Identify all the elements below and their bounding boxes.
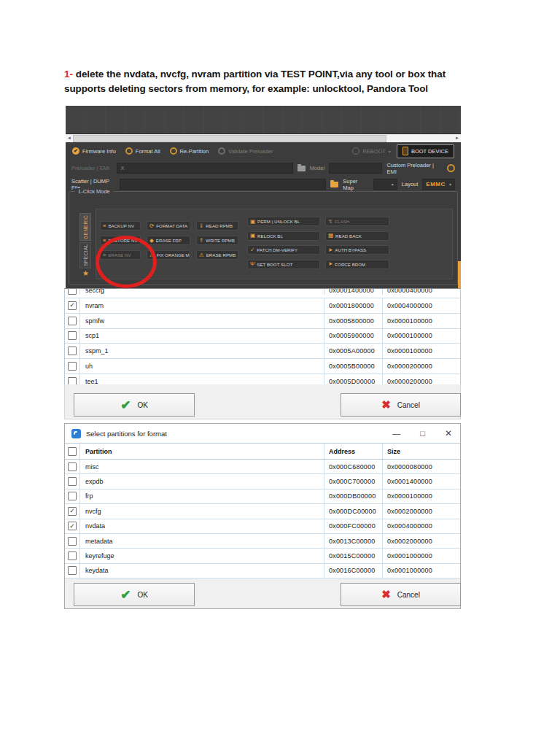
nv-list-icon: ≡ — [103, 252, 106, 258]
row-checkbox[interactable] — [68, 347, 77, 355]
row-checkbox[interactable]: ✓ — [68, 522, 77, 530]
read-back-button[interactable]: ▦READ BACK — [325, 231, 389, 241]
folder-open-icon[interactable] — [330, 182, 338, 187]
cancel-button[interactable]: ✖ Cancel — [341, 393, 461, 417]
button-label: ERASE RPMB — [206, 252, 236, 258]
tab-special[interactable]: SPECIAL — [79, 242, 91, 268]
column-header-address[interactable]: Address — [324, 444, 382, 459]
layout-dropdown[interactable]: EMMC ▾ — [422, 179, 455, 190]
button-label: PATCH DM-VERIFY — [257, 247, 298, 252]
table-row-frp[interactable]: frp0x000DB000000x0000100000 — [65, 489, 460, 504]
folder-icon[interactable] — [298, 166, 306, 171]
backup-nv-button[interactable]: ≡BACKUP NV — [100, 221, 141, 231]
maximize-button[interactable]: □ — [420, 430, 425, 438]
erase-frp-button[interactable]: ◆ERASE FRP — [147, 236, 190, 245]
checkbox-cell — [65, 549, 79, 562]
partition-name: sspm_1 — [79, 344, 324, 358]
column-header-partition[interactable]: Partition — [79, 444, 324, 459]
partition-size: 0x0001000000 — [382, 549, 460, 562]
row-checkbox[interactable] — [68, 317, 77, 325]
radio-format-all[interactable]: Format All — [125, 147, 160, 155]
warning-icon: ⚠ — [199, 252, 204, 258]
column-header-size[interactable]: Size — [382, 444, 460, 459]
table-row-expdb[interactable]: expdb0x000C7000000x0001400000 — [65, 474, 460, 489]
table-row-nvram[interactable]: ✓nvram0x00018000000x0004000000 — [65, 298, 460, 314]
cancel-x-icon: ✖ — [381, 398, 391, 411]
custom-preloader-radio[interactable] — [447, 164, 455, 172]
row-checkbox[interactable] — [68, 331, 77, 340]
dialog-ok-button[interactable]: ✔ OK — [74, 583, 195, 606]
row-checkbox[interactable] — [68, 551, 77, 560]
button-label: ERASE FRP — [156, 238, 182, 243]
star-icon[interactable]: ★ — [80, 269, 91, 277]
key-icon: ➤ — [328, 261, 332, 267]
table-row-seccfg[interactable]: seccfg0x00014000000x0000400000 — [65, 289, 460, 298]
write-icon: ⇑ — [199, 238, 203, 244]
super-map-dropdown[interactable]: ▾ — [373, 179, 397, 190]
scroll-left-icon[interactable]: ◄ — [66, 134, 73, 142]
reboot-button[interactable]: REBOOT ▾ — [352, 147, 391, 155]
row-checkbox[interactable] — [68, 289, 77, 295]
heading-line2: sectors from memory, for example: unlock… — [148, 83, 428, 94]
radio-label: Validate Preloader — [228, 148, 273, 155]
erase-rpmb-button[interactable]: ⚠ERASE RPMB — [196, 250, 238, 260]
force-brom-button[interactable]: ➤FORCE BROM — [325, 260, 389, 269]
dialog-titlebar[interactable]: Select partitions for format — □ ✕ — [65, 424, 460, 443]
scroll-right-icon[interactable]: ► — [454, 134, 461, 142]
table-row-uh[interactable]: uh0x0005B000000x0000200000 — [65, 359, 460, 374]
format-data-button[interactable]: ⟳FORMAT DATA — [147, 221, 190, 231]
row-checkbox[interactable] — [68, 566, 77, 575]
table-row-keyrefuge[interactable]: keyrefuge0x0015C000000x0001000000 — [65, 549, 460, 563]
row-checkbox[interactable]: ✓ — [68, 301, 77, 310]
relock-bl-button[interactable]: ▣RELOCK BL — [247, 231, 320, 241]
partition-table-1: seccfg0x00014000000x0000400000✓nvram0x00… — [64, 288, 461, 390]
row-checkbox[interactable] — [68, 477, 77, 486]
table-row-sspm_1[interactable]: sspm_10x0005A000000x0000100000 — [65, 344, 460, 359]
partition-size: 0x0000400000 — [382, 289, 460, 295]
perm-unlock-bl-button[interactable]: ▣PERM | UNLOCK BL — [247, 217, 320, 226]
patch-dm-verify-button[interactable]: ✓PATCH DM-VERIFY — [247, 245, 320, 255]
close-button[interactable]: ✕ — [445, 430, 452, 438]
ok-button[interactable]: ✔ OK — [74, 393, 195, 417]
scrollbar-thumb[interactable] — [73, 135, 386, 142]
row-checkbox[interactable] — [68, 462, 77, 471]
table-row-spmfw[interactable]: spmfw0x00058000000x0000100000 — [65, 314, 460, 329]
tab-generic[interactable]: GENERIC — [79, 213, 91, 241]
preloader-input[interactable]: X — [117, 163, 293, 174]
select-partitions-dialog: Select partitions for format — □ ✕ Parti… — [64, 423, 461, 609]
set-boot-slot-button[interactable]: ΨSET BOOT SLOT — [247, 260, 320, 269]
model-input[interactable] — [329, 163, 382, 174]
horizontal-scrollbar[interactable]: ◄ ► — [66, 134, 461, 142]
partition-name: metadata — [79, 534, 324, 548]
model-label: Model — [310, 165, 324, 171]
radio-validate-preloader[interactable]: Validate Preloader — [218, 147, 273, 155]
auth-bypass-button[interactable]: ➤AUTH BYPASS — [325, 245, 389, 255]
row-checkbox[interactable] — [68, 362, 77, 371]
restore-nv-button[interactable]: ≡RESTORE NV — [100, 236, 141, 245]
table-row-metadata[interactable]: metadata0x0013C000000x0002000000 — [65, 534, 460, 549]
table-row-nvdata[interactable]: ✓nvdata0x000FC000000x0004000000 — [65, 519, 460, 534]
row-checkbox[interactable] — [68, 537, 77, 546]
table-row-keydata[interactable]: keydata0x0016C000000x0001000000 — [65, 564, 460, 578]
write-rpmb-button[interactable]: ⇑WRITE RPMB — [196, 236, 238, 245]
partition-address: 0x000DB00000 — [324, 489, 382, 503]
partition-size: 0x0001000000 — [382, 564, 460, 578]
radio-circle-icon — [170, 147, 177, 155]
scatter-input[interactable] — [120, 179, 327, 190]
table-row-scp1[interactable]: scp10x00059000000x0000100000 — [65, 329, 460, 344]
table-row-nvcfg[interactable]: ✓nvcfg0x000DC000000x0002000000 — [65, 504, 460, 519]
dialog-cancel-button[interactable]: ✖ Cancel — [341, 583, 461, 606]
row-checkbox[interactable] — [68, 492, 77, 500]
super-map-label: Super Map — [343, 178, 368, 191]
minimize-button[interactable]: — — [392, 430, 400, 438]
table-row-misc[interactable]: misc0x000C6800000x0000080000 — [65, 460, 460, 474]
read-rpmb-button[interactable]: ⇓READ RPMB — [196, 221, 238, 231]
radio-re-partition[interactable]: Re-Partition — [170, 147, 209, 155]
fix-orange-msg-button[interactable]: ⚠FIX ORANGE MSG — [147, 250, 190, 260]
row-checkbox[interactable]: ✓ — [68, 507, 77, 516]
boot-device-button[interactable]: BOOT DEVICE — [397, 144, 454, 158]
table1-button-bar: ✔ OK ✖ Cancel — [64, 384, 461, 419]
radio-firmware-info[interactable]: ✔Firmware Info — [72, 147, 116, 155]
select-all-checkbox[interactable] — [68, 447, 77, 456]
button-label: AUTH BYPASS — [335, 247, 366, 252]
